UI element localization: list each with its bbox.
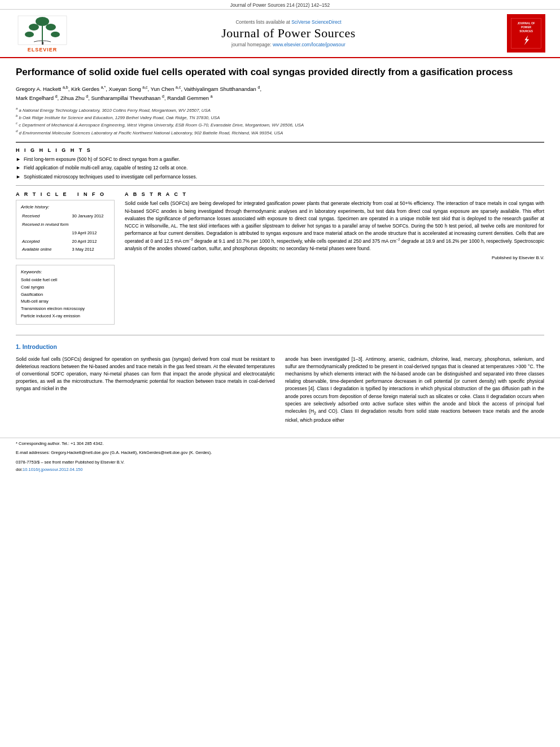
divider-after-highlights (16, 185, 544, 186)
intro-col-right: anode has been investigated [1–3]. Antim… (285, 356, 544, 427)
keyword-4: Multi-cell array (21, 298, 110, 305)
keyword-6: Particle induced X-ray emission (21, 313, 110, 320)
article-history-box: Article history: Received 30 January 201… (16, 200, 115, 259)
journal-badge: JOURNAL OF POWER SOURCES (507, 14, 545, 53)
abstract-label: A B S T R A C T (125, 191, 544, 197)
article-history-title: Article history: (21, 204, 110, 209)
intro-para-right: anode has been investigated [1–3]. Antim… (285, 356, 544, 424)
journal-title-area: Contents lists available at SciVerse Sci… (73, 19, 504, 47)
corresponding-author-text: * Corresponding author. Tel.: +1 304 285… (16, 441, 104, 446)
sciverse-link[interactable]: SciVerse ScienceDirect (291, 19, 341, 25)
svg-point-7 (51, 32, 60, 37)
svg-point-3 (36, 17, 49, 26)
article-info-abstract-row: A R T I C L E I N F O Article history: R… (16, 191, 544, 330)
elsevier-logo (17, 15, 68, 46)
keyword-1: Solid oxide fuel cell (21, 277, 110, 284)
article-title: Performance of solid oxide fuel cells op… (16, 66, 544, 78)
issn-text: 0378-7753/$ – see front matter Published… (16, 460, 124, 465)
journal-title: Journal of Power Sources (73, 26, 504, 41)
highlights-label: H I G H L I G H T S (16, 147, 544, 153)
highlight-arrow-1: ► (16, 156, 21, 164)
svg-text:SOURCES: SOURCES (519, 30, 533, 33)
email-note: E-mail addresses: Gregory.Hackett@netl.d… (16, 449, 544, 456)
highlight-arrow-3: ► (16, 173, 21, 181)
revised-date-row: 19 April 2012 (22, 230, 103, 237)
journal-reference-text: Journal of Power Sources 214 (2012) 142–… (230, 2, 330, 8)
revised-date-label (22, 230, 71, 237)
online-value: 3 May 2012 (72, 246, 104, 254)
revised-date-value: 19 April 2012 (72, 230, 104, 237)
published-by: Published by Elsevier B.V. (125, 255, 544, 260)
highlight-item-1: ► First long-term exposure (500 h) of SO… (16, 156, 544, 164)
revised-row: Received in revised form (22, 221, 103, 229)
highlight-item-3: ► Sophisticated microscopy techniques us… (16, 173, 544, 181)
divider-before-intro (16, 335, 544, 335)
abstract-text: Solid oxide fuel cells (SOFCs) are being… (125, 200, 544, 252)
journal-reference-bar: Journal of Power Sources 214 (2012) 142–… (0, 0, 560, 10)
received-label: Received (22, 213, 71, 220)
highlight-arrow-2: ► (16, 164, 21, 172)
revised-value (72, 221, 104, 229)
svg-text:JOURNAL OF: JOURNAL OF (517, 22, 535, 25)
highlight-text-3: Sophisticated microscopy techniques used… (24, 173, 197, 181)
intro-two-col: Solid oxide fuel cells (SOFCs) designed … (16, 356, 544, 427)
keywords-title: Keywords: (21, 269, 110, 274)
keyword-5: Transmission electron microscopy (21, 305, 110, 313)
issn-line: 0378-7753/$ – see front matter Published… (16, 459, 544, 465)
email-label: E-mail addresses: (16, 450, 50, 455)
revised-label: Received in revised form (22, 221, 71, 229)
journal-homepage: journal homepage: www.elsevier.com/locat… (73, 42, 504, 47)
doi-line: doi:10.1016/j.jpowsour.2012.04.150 (16, 466, 544, 473)
email-addresses: Gregory.Hackett@netl.doe.gov (G.A. Hacke… (51, 450, 212, 455)
highlight-text-2: Field application of mobile multi-cell a… (24, 164, 187, 172)
highlights-section: H I G H L I G H T S ► First long-term ex… (16, 147, 544, 181)
received-value: 30 January 2012 (72, 213, 104, 220)
article-history-table: Received 30 January 2012 Received in rev… (21, 212, 104, 255)
svg-rect-8 (42, 42, 43, 45)
journal-header: ELSEVIER Contents lists available at Sci… (0, 10, 560, 58)
online-label: Available online (22, 246, 71, 254)
sciverse-line: Contents lists available at SciVerse Sci… (73, 19, 504, 25)
authors-line: Gregory A. Hackett a,b, Kirk Gerdes a,*,… (16, 84, 544, 103)
keyword-2: Coal syngas (21, 284, 110, 291)
svg-point-5 (46, 24, 56, 30)
received-row: Received 30 January 2012 (22, 213, 103, 220)
divider-after-affiliations (16, 142, 544, 143)
svg-text:POWER: POWER (521, 26, 532, 29)
doi-value[interactable]: 10.1016/j.jpowsour.2012.04.150 (23, 467, 82, 472)
introduction-section: 1. Introduction Solid oxide fuel cells (… (16, 343, 544, 427)
left-column: A R T I C L E I N F O Article history: R… (16, 191, 115, 330)
online-row: Available online 3 May 2012 (22, 246, 103, 254)
journal-badge-area: JOURNAL OF POWER SOURCES (504, 14, 549, 53)
highlight-text-1: First long-term exposure (500 h) of SOFC… (24, 156, 180, 163)
article-info-section-label: A R T I C L E I N F O (16, 191, 115, 197)
elsevier-wordmark: ELSEVIER (28, 47, 58, 53)
accepted-value: 20 April 2012 (72, 238, 104, 246)
highlight-item-2: ► Field application of mobile multi-cell… (16, 164, 544, 172)
keyword-3: Gasification (21, 291, 110, 299)
homepage-url[interactable]: www.elsevier.com/locate/jpowsour (273, 42, 345, 47)
intro-col-left: Solid oxide fuel cells (SOFCs) designed … (16, 356, 275, 427)
doi-label: doi: (16, 467, 23, 472)
elsevier-logo-area: ELSEVIER (11, 15, 73, 53)
footer: * Corresponding author. Tel.: +1 304 285… (0, 438, 560, 477)
right-column: A B S T R A C T Solid oxide fuel cells (… (125, 191, 544, 330)
intro-title: 1. Introduction (16, 343, 544, 350)
intro-para-left: Solid oxide fuel cells (SOFCs) designed … (16, 356, 275, 393)
svg-point-6 (25, 32, 34, 37)
accepted-label: Accepted (22, 238, 71, 246)
accepted-row: Accepted 20 April 2012 (22, 238, 103, 246)
affiliations: a a National Energy Technology Laborator… (16, 106, 544, 136)
svg-point-4 (29, 24, 39, 30)
keywords-box: Keywords: Solid oxide fuel cell Coal syn… (16, 265, 115, 325)
main-content: Performance of solid oxide fuel cells op… (0, 58, 560, 433)
corresponding-author-note: * Corresponding author. Tel.: +1 304 285… (16, 441, 544, 446)
sciverse-prefix: Contents lists available at (235, 19, 291, 25)
